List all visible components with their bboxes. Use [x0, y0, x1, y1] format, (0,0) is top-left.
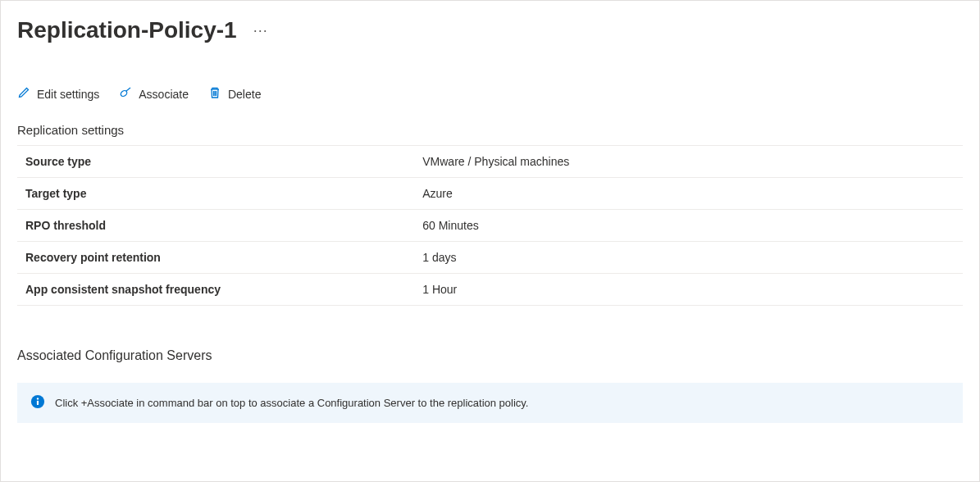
delete-button[interactable]: Delete: [208, 83, 261, 105]
edit-settings-label: Edit settings: [37, 88, 99, 101]
table-row: Target typeAzure: [17, 178, 963, 210]
edit-icon: [17, 86, 30, 102]
setting-value: Azure: [414, 178, 963, 210]
info-banner: Click +Associate in command bar on top t…: [17, 383, 963, 423]
svg-line-1: [126, 88, 130, 91]
table-row: Recovery point retention1 days: [17, 242, 963, 274]
replication-settings-table: Source typeVMware / Physical machinesTar…: [17, 145, 963, 306]
more-actions-button[interactable]: ···: [250, 22, 271, 39]
delete-label: Delete: [228, 88, 261, 101]
svg-rect-7: [37, 401, 39, 405]
setting-label: Target type: [17, 178, 414, 210]
setting-value: 1 days: [414, 242, 963, 274]
setting-label: RPO threshold: [17, 210, 414, 242]
page-title: Replication-Policy-1: [17, 17, 237, 43]
setting-label: App consistent snapshot frequency: [17, 274, 414, 306]
info-banner-message: Click +Associate in command bar on top t…: [55, 397, 528, 409]
replication-settings-title: Replication settings: [17, 123, 963, 137]
page-header: Replication-Policy-1 ···: [17, 17, 963, 43]
table-row: App consistent snapshot frequency1 Hour: [17, 274, 963, 306]
associate-label: Associate: [139, 88, 189, 101]
associated-servers-title: Associated Configuration Servers: [17, 348, 963, 363]
setting-value: VMware / Physical machines: [414, 146, 963, 178]
edit-settings-button[interactable]: Edit settings: [17, 83, 99, 105]
command-bar: Edit settings Associate Delete: [17, 83, 963, 105]
associate-button[interactable]: Associate: [119, 83, 189, 105]
setting-value: 60 Minutes: [414, 210, 963, 242]
table-row: Source typeVMware / Physical machines: [17, 146, 963, 178]
setting-label: Recovery point retention: [17, 242, 414, 274]
table-row: RPO threshold60 Minutes: [17, 210, 963, 242]
setting-label: Source type: [17, 146, 414, 178]
setting-value: 1 Hour: [414, 274, 963, 306]
associate-icon: [119, 86, 132, 102]
info-icon: [30, 394, 45, 412]
delete-icon: [208, 86, 221, 102]
svg-point-6: [37, 398, 39, 399]
